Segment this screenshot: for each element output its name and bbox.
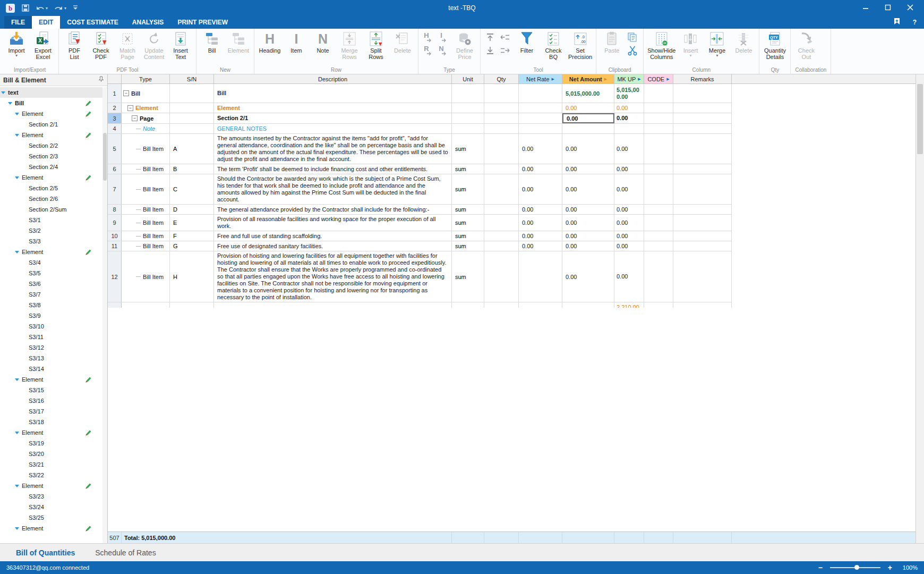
sidebar-scrollbar-thumb[interactable] xyxy=(103,133,107,181)
tab-bill-of-quantities[interactable]: Bill of Quantities xyxy=(16,548,75,557)
cell-net-rate[interactable] xyxy=(519,84,562,103)
cell-qty[interactable] xyxy=(484,113,519,123)
bookmark-icon[interactable] xyxy=(894,18,900,27)
cell-qty[interactable] xyxy=(484,251,519,302)
chevron-down-icon[interactable] xyxy=(15,527,19,530)
close-button[interactable] xyxy=(907,3,913,13)
zoom-slider-handle[interactable] xyxy=(854,565,859,570)
ribbon-button-bill[interactable]: Bill xyxy=(199,29,225,54)
cell-sn[interactable]: E xyxy=(170,215,214,231)
cell-unit[interactable]: sum xyxy=(452,231,484,241)
cell-qty[interactable] xyxy=(484,241,519,251)
cell-type[interactable]: −Bill xyxy=(122,84,170,103)
cell-net-amount[interactable]: 0.00 xyxy=(562,113,614,123)
ribbon-button-copy[interactable] xyxy=(626,31,639,44)
chevron-down-icon[interactable] xyxy=(15,485,19,487)
ribbon-button-check-pdf[interactable]: Check PDF xyxy=(88,29,114,60)
cell-net-amount[interactable]: 0.00 xyxy=(562,251,614,302)
tree-item-s3-9[interactable]: S3/9 xyxy=(0,310,107,321)
ribbon-button-check-bq[interactable]: Check BQ xyxy=(540,29,567,60)
row-number[interactable]: 5 xyxy=(108,134,122,164)
ribbon-button-quantity-details[interactable]: QTYQuantity Details xyxy=(762,29,788,60)
cell-unit[interactable] xyxy=(452,124,484,133)
customize-toolbar-icon[interactable] xyxy=(73,5,78,11)
row-number[interactable]: 4 xyxy=(108,124,122,133)
cell-sn[interactable]: G xyxy=(170,241,214,251)
cell-code[interactable] xyxy=(644,174,673,204)
cell-sn[interactable]: B xyxy=(170,164,214,174)
cell-remarks[interactable] xyxy=(673,164,732,174)
cell-remarks[interactable] xyxy=(673,302,732,308)
column-header-net-rate[interactable]: Net Rate▶ xyxy=(519,74,562,83)
ribbon-button-type-rate[interactable]: R xyxy=(422,44,434,57)
zoom-in-button[interactable]: + xyxy=(888,564,892,571)
undo-caret-icon[interactable]: ▾ xyxy=(46,6,48,11)
cell-remarks[interactable] xyxy=(673,215,732,231)
cell-mkup[interactable]: 5,015,000.00 xyxy=(614,84,644,103)
column-header-code[interactable]: CODE▶ xyxy=(644,74,673,83)
cell-sn[interactable]: H xyxy=(170,251,214,302)
cell-remarks[interactable] xyxy=(673,134,732,164)
cell-mkup[interactable] xyxy=(614,124,644,133)
row-number[interactable]: 8 xyxy=(108,205,122,214)
cell-net-amount[interactable]: 5,015,000.00 xyxy=(562,84,614,103)
ribbon-button-define-price[interactable]: Define Price xyxy=(451,29,478,60)
maximize-button[interactable] xyxy=(885,3,891,13)
cell-description[interactable]: Bill xyxy=(214,84,452,103)
tree-item-element[interactable]: Element xyxy=(0,172,107,183)
tree-item-s3-5[interactable]: S3/5 xyxy=(0,268,107,278)
ribbon-button-insert-text[interactable]: Insert Text xyxy=(167,29,194,60)
cell-description[interactable]: The general attendance provided by the C… xyxy=(214,205,452,214)
cell-remarks[interactable] xyxy=(673,113,732,123)
cell-unit[interactable] xyxy=(452,302,484,308)
tree-item-s3-7[interactable]: S3/7 xyxy=(0,289,107,300)
cell-remarks[interactable] xyxy=(673,251,732,302)
cell-net-amount[interactable]: 0.00 xyxy=(562,134,614,164)
tree-item-s3-16[interactable]: S3/16 xyxy=(0,395,107,406)
tree-item-s3-6[interactable]: S3/6 xyxy=(0,278,107,289)
tab-file[interactable]: FILE xyxy=(4,16,32,29)
tree-item-s3-21[interactable]: S3/21 xyxy=(0,459,107,470)
save-icon[interactable] xyxy=(22,4,29,12)
cell-type[interactable]: Bill Item xyxy=(122,215,170,231)
cell-net-amount[interactable]: 0.00 xyxy=(562,164,614,174)
edit-pencil-icon[interactable] xyxy=(84,110,91,119)
row-number[interactable]: 12 xyxy=(108,251,122,302)
cell-mkup[interactable]: 0.00 xyxy=(614,113,644,123)
ribbon-button-set-precision[interactable]: .0.00Set Precision xyxy=(567,29,594,60)
chevron-down-icon[interactable] xyxy=(15,134,19,137)
cell-qty[interactable] xyxy=(484,134,519,164)
tree-item-section-2-sum[interactable]: Section 2/Sum xyxy=(0,204,107,215)
ribbon-button-insert[interactable]: Insert▾ xyxy=(677,29,704,57)
cell-sn[interactable]: D xyxy=(170,205,214,214)
edit-pencil-icon[interactable] xyxy=(84,376,91,384)
tree-item-s3-12[interactable]: S3/12 xyxy=(0,342,107,353)
tree-item-element[interactable]: Element xyxy=(0,130,107,140)
ribbon-button-item[interactable]: IItem xyxy=(283,29,310,54)
cell-unit[interactable]: sum xyxy=(452,215,484,231)
edit-pencil-icon[interactable] xyxy=(84,131,91,140)
tree-item-s3-14[interactable]: S3/14 xyxy=(0,364,107,374)
ribbon-button-type-item[interactable]: I xyxy=(437,31,449,44)
tree-item-element[interactable]: Element xyxy=(0,108,107,119)
tree-item-section-2-2[interactable]: Section 2/2 xyxy=(0,140,107,151)
cell-code[interactable] xyxy=(644,84,673,103)
cell-net-rate[interactable] xyxy=(519,302,562,308)
cell-type[interactable]: Note xyxy=(122,124,170,133)
cell-net-amount[interactable]: 2,210,000.00 xyxy=(562,302,614,308)
ribbon-button-split-rows[interactable]: Split Rows xyxy=(363,29,389,60)
cell-sn[interactable]: C xyxy=(170,174,214,204)
zoom-slider[interactable] xyxy=(830,567,880,568)
cell-description[interactable]: Provision of all reasonable facilities a… xyxy=(214,215,452,231)
tab-edit[interactable]: EDIT xyxy=(32,16,60,29)
chevron-down-icon[interactable] xyxy=(15,378,19,381)
collapse-box-icon[interactable]: − xyxy=(123,90,129,96)
cell-code[interactable] xyxy=(644,134,673,164)
cell-net-rate[interactable]: 0.00 xyxy=(519,205,562,214)
cell-net-rate[interactable]: 0.00 xyxy=(519,215,562,231)
cell-sn[interactable] xyxy=(170,124,214,133)
cell-qty[interactable] xyxy=(484,124,519,133)
cell-net-rate[interactable]: 0.00 xyxy=(519,174,562,204)
ribbon-button-filter[interactable]: Filter xyxy=(514,29,540,54)
cell-qty[interactable] xyxy=(484,84,519,103)
